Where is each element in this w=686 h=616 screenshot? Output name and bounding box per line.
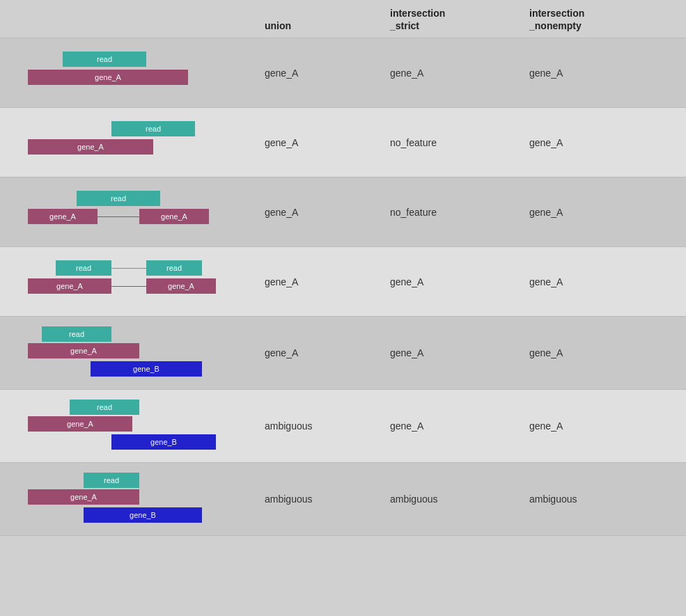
main-table: union intersection _strict intersection … — [0, 0, 686, 536]
read-bar-2: read — [146, 260, 202, 276]
diagram-row5: read gene_A gene_B — [7, 325, 237, 381]
read-bar: read — [111, 121, 195, 136]
table-row: read read gene_A gene_A gene_A gene_A ge… — [0, 247, 686, 317]
geneA-bar-left: gene_A — [28, 278, 111, 294]
geneB-bar: gene_B — [91, 361, 202, 377]
strict-value: gene_A — [383, 276, 522, 287]
union-value: gene_A — [258, 276, 383, 287]
intron-line — [98, 216, 139, 217]
header-union: union — [258, 19, 383, 32]
diagram-row3: read gene_A gene_A — [7, 188, 237, 237]
nonempty-value: ambiguous — [522, 493, 662, 505]
geneA-bar-left: gene_A — [28, 209, 98, 224]
intron-line — [111, 286, 146, 287]
diagram-cell: read gene_A gene_B — [0, 317, 258, 389]
table-row: read gene_A gene_B ambiguous ambiguous a… — [0, 463, 686, 536]
geneA-bar: gene_A — [28, 139, 153, 155]
nonempty-value: gene_A — [522, 137, 662, 148]
strict-value: no_feature — [383, 137, 522, 148]
diagram-row6: read gene_A gene_B — [7, 398, 237, 454]
diagram-cell: read gene_A — [0, 40, 258, 106]
strict-value: no_feature — [383, 207, 522, 218]
read-bar: read — [77, 191, 160, 206]
geneA-bar: gene_A — [28, 489, 139, 505]
nonempty-value: gene_A — [522, 207, 662, 218]
diagram-cell: read read gene_A gene_A — [0, 249, 258, 315]
union-value: ambiguous — [258, 420, 383, 432]
diagram-cell: read gene_A gene_B — [0, 463, 258, 535]
strict-value: gene_A — [383, 347, 522, 358]
union-value: gene_A — [258, 347, 383, 358]
diagram-row7: read gene_A gene_B — [7, 471, 237, 527]
read-bar: read — [42, 326, 111, 342]
table-row: read gene_A gene_A gene_A gene_A — [0, 38, 686, 108]
union-value: gene_A — [258, 137, 383, 148]
union-value: gene_A — [258, 207, 383, 218]
table-row: read gene_A gene_B ambiguous gene_A gene… — [0, 390, 686, 463]
geneA-bar: gene_A — [28, 416, 132, 432]
header-intersection-strict: intersection _strict — [383, 7, 522, 32]
diagram-cell: read gene_A gene_A — [0, 180, 258, 245]
diagram-cell: read gene_A gene_B — [0, 390, 258, 462]
union-value: ambiguous — [258, 493, 383, 505]
nonempty-value: gene_A — [522, 276, 662, 287]
union-value: gene_A — [258, 68, 383, 79]
table-row: read gene_A gene_B gene_A gene_A gene_A — [0, 317, 686, 390]
geneA-bar-right: gene_A — [146, 278, 216, 294]
diagram-row2: read gene_A — [7, 118, 237, 167]
geneB-bar: gene_B — [84, 507, 202, 523]
geneA-bar: gene_A — [28, 70, 188, 85]
diagram-cell: read gene_A — [0, 110, 258, 175]
geneA-bar-right: gene_A — [139, 209, 209, 224]
table-header: union intersection _strict intersection … — [0, 0, 686, 38]
read-bar: read — [84, 473, 139, 488]
geneA-bar: gene_A — [28, 343, 139, 358]
strict-value: gene_A — [383, 420, 522, 432]
diagram-row1: read gene_A — [7, 49, 237, 97]
nonempty-value: gene_A — [522, 68, 662, 79]
nonempty-value: gene_A — [522, 420, 662, 432]
diagram-row4: read read gene_A gene_A — [7, 258, 237, 306]
nonempty-value: gene_A — [522, 347, 662, 358]
read-bar: read — [63, 52, 146, 67]
strict-value: ambiguous — [383, 493, 522, 505]
strict-value: gene_A — [383, 68, 522, 79]
geneB-bar: gene_B — [111, 434, 216, 450]
read-bar: read — [70, 400, 139, 415]
read-connector — [111, 268, 146, 269]
table-row: read gene_A gene_A gene_A no_feature gen… — [0, 177, 686, 247]
read-bar-1: read — [56, 260, 111, 276]
header-intersection-nonempty: intersection _nonempty — [522, 7, 662, 32]
table-row: read gene_A gene_A no_feature gene_A — [0, 108, 686, 177]
